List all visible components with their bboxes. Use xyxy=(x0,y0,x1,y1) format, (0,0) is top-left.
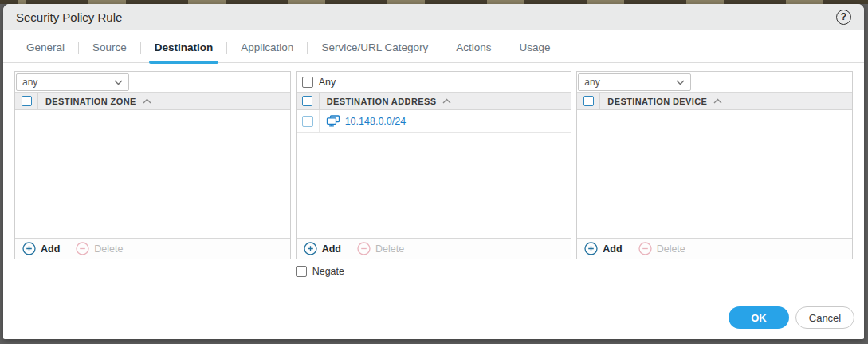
zone-column-header-label[interactable]: DESTINATION ZONE xyxy=(38,97,136,106)
tabs-bar: General Source Destination Application S… xyxy=(3,30,864,63)
dialog-title: Security Policy Rule xyxy=(16,10,122,24)
device-filter-row: any xyxy=(577,72,852,92)
tab-destination[interactable]: Destination xyxy=(151,34,218,62)
tab-actions[interactable]: Actions xyxy=(452,34,495,62)
cancel-button[interactable]: Cancel xyxy=(795,306,854,329)
zone-delete-label: Delete xyxy=(94,243,123,255)
chevron-down-icon xyxy=(114,77,123,88)
security-policy-rule-dialog: Security Policy Rule ? General Source De… xyxy=(3,4,864,339)
tab-source[interactable]: Source xyxy=(88,34,131,62)
address-add-label: Add xyxy=(322,243,341,255)
device-add-button[interactable]: Add xyxy=(584,242,622,255)
negate-checkbox[interactable] xyxy=(296,266,307,277)
plus-circle-icon xyxy=(304,242,317,255)
zone-select-all-checkbox[interactable] xyxy=(22,96,32,106)
device-delete-button[interactable]: Delete xyxy=(638,242,685,255)
tab-separator xyxy=(226,42,227,54)
zone-type-dropdown-value: any xyxy=(22,77,37,88)
address-select-all-checkbox[interactable] xyxy=(302,96,312,106)
zone-type-dropdown[interactable]: any xyxy=(16,73,129,91)
zone-add-label: Add xyxy=(41,243,60,255)
tab-usage[interactable]: Usage xyxy=(515,34,554,62)
zone-filter-row: any xyxy=(15,72,290,92)
zone-select-all-cell xyxy=(15,93,38,109)
destination-columns: any DESTINATION ZONE Add xyxy=(3,63,864,259)
minus-circle-icon xyxy=(76,242,89,255)
spacer xyxy=(576,266,853,277)
tab-separator xyxy=(307,42,308,54)
zone-delete-button[interactable]: Delete xyxy=(76,242,123,255)
minus-circle-icon xyxy=(638,242,652,255)
address-panel-footer: Add Delete xyxy=(297,238,571,259)
address-select-all-cell xyxy=(297,93,320,109)
help-icon[interactable]: ? xyxy=(836,10,851,25)
address-row-checkbox[interactable] xyxy=(302,116,313,127)
negate-strip: Negate xyxy=(3,259,864,277)
device-panel-footer: Add Delete xyxy=(577,238,852,259)
address-delete-button[interactable]: Delete xyxy=(357,242,404,255)
address-row[interactable]: 10.148.0.0/24 xyxy=(297,110,571,133)
negate-cell: Negate xyxy=(296,266,572,277)
device-type-dropdown-value: any xyxy=(584,77,599,88)
zone-add-button[interactable]: Add xyxy=(22,242,60,255)
device-grid-header: DESTINATION DEVICE xyxy=(577,92,852,110)
address-grid-header: DESTINATION ADDRESS xyxy=(297,92,571,110)
tab-separator xyxy=(505,42,505,54)
tab-separator xyxy=(78,42,79,54)
address-link[interactable]: 10.148.0.0/24 xyxy=(345,116,406,127)
tab-separator xyxy=(442,42,442,54)
address-column-header-label[interactable]: DESTINATION ADDRESS xyxy=(320,97,437,106)
destination-zone-panel: any DESTINATION ZONE Add xyxy=(14,71,291,259)
device-select-all-cell xyxy=(577,93,600,109)
device-list-body xyxy=(577,110,852,238)
device-type-dropdown[interactable]: any xyxy=(578,73,691,91)
address-delete-label: Delete xyxy=(375,243,404,255)
sort-ascending-icon[interactable] xyxy=(442,98,451,104)
device-select-all-checkbox[interactable] xyxy=(583,96,594,106)
dialog-titlebar: Security Policy Rule ? xyxy=(3,4,864,30)
address-any-checkbox[interactable] xyxy=(302,77,313,88)
device-column-header-label[interactable]: DESTINATION DEVICE xyxy=(600,97,707,106)
tab-service-url-category[interactable]: Service/URL Category xyxy=(317,34,432,62)
zone-list-body xyxy=(15,110,290,238)
address-list-body: 10.148.0.0/24 xyxy=(297,110,571,238)
tab-general[interactable]: General xyxy=(22,34,69,62)
destination-device-panel: any DESTINATION DEVICE Ad xyxy=(576,71,853,259)
sort-ascending-icon[interactable] xyxy=(713,98,722,104)
address-add-button[interactable]: Add xyxy=(304,242,341,255)
negate-label: Negate xyxy=(312,266,344,277)
address-any-label: Any xyxy=(319,77,336,88)
ok-button[interactable]: OK xyxy=(729,306,789,329)
device-delete-label: Delete xyxy=(657,243,685,255)
address-filter-row: Any xyxy=(297,72,571,92)
spacer xyxy=(14,266,291,277)
sort-ascending-icon[interactable] xyxy=(143,98,151,104)
address-any-wrap: Any xyxy=(297,77,336,88)
device-add-label: Add xyxy=(603,243,622,255)
tab-separator xyxy=(140,42,141,54)
chevron-down-icon xyxy=(676,77,685,88)
negate-control: Negate xyxy=(296,266,572,277)
destination-address-panel: Any DESTINATION ADDRESS xyxy=(296,71,572,259)
plus-circle-icon xyxy=(22,242,36,255)
address-object-icon xyxy=(326,115,340,128)
zone-panel-footer: Add Delete xyxy=(15,238,290,259)
address-row-checkbox-cell xyxy=(297,110,320,132)
plus-circle-icon xyxy=(584,242,598,255)
zone-grid-header: DESTINATION ZONE xyxy=(15,92,290,110)
tab-application[interactable]: Application xyxy=(237,34,297,62)
dialog-actions: OK Cancel xyxy=(729,306,854,329)
minus-circle-icon xyxy=(357,242,371,255)
